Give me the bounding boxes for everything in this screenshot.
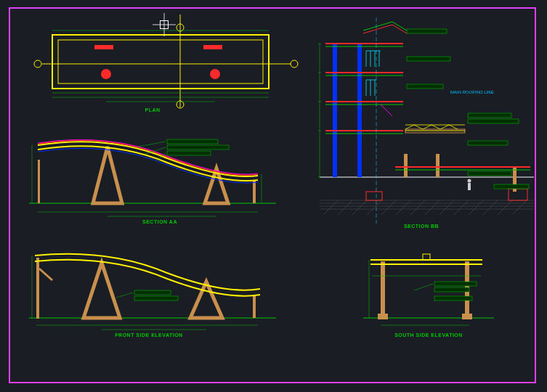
cursor-cross-svg — [0, 0, 547, 392]
cad-viewport: PLAN — [0, 0, 547, 392]
